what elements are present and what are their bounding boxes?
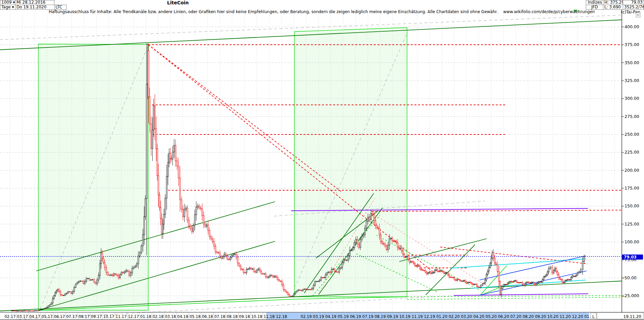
date-axis-label: 08.20	[523, 314, 534, 319]
candle-body	[527, 282, 528, 282]
candle-body	[445, 273, 446, 273]
candle-body	[290, 296, 291, 296]
candle-body	[516, 281, 517, 282]
candle-body	[103, 258, 104, 263]
candle-body	[32, 311, 33, 311]
axis-price-label: 200.00	[625, 168, 639, 173]
candle-body	[100, 253, 102, 264]
candle-body	[318, 281, 319, 282]
candle-body	[395, 241, 396, 241]
candle-body	[562, 280, 563, 283]
candle-body	[552, 267, 553, 273]
candle-body	[30, 311, 31, 311]
date-axis-label: 11.20	[560, 314, 571, 319]
candle-body	[89, 278, 90, 280]
candle-body	[340, 268, 341, 269]
candle-body	[228, 259, 229, 259]
axis-price-label: 275.00	[625, 114, 639, 119]
candle-body	[154, 106, 155, 129]
candle-body	[246, 269, 247, 273]
candle-body	[584, 257, 585, 262]
date-axis-label: 07.20	[510, 314, 521, 319]
candle-body	[28, 311, 29, 311]
candle-body	[572, 276, 573, 277]
candle-body	[280, 281, 281, 282]
candle-body	[250, 268, 251, 269]
candle-body	[404, 254, 405, 257]
candle-body	[146, 84, 147, 199]
candle-body	[112, 275, 113, 276]
candle-body	[539, 282, 540, 282]
candle-body	[210, 237, 211, 239]
candle-body	[533, 282, 534, 284]
candle-body	[234, 254, 235, 254]
candle-body	[366, 221, 367, 228]
price-chart-canvas[interactable]: 400.00375.00350.00325.00300.00275.00250.…	[0, 0, 644, 320]
blue-channel-line	[480, 271, 587, 295]
candle-body	[577, 273, 578, 275]
candle-body	[537, 283, 538, 284]
candle-body	[96, 280, 97, 284]
candle-body	[375, 221, 376, 225]
candle-body	[223, 256, 224, 258]
candle-body	[534, 284, 535, 285]
candle-body	[526, 282, 527, 284]
candle-body	[178, 166, 179, 178]
candle-body	[60, 291, 61, 294]
candle-body	[231, 256, 232, 257]
candle-body	[536, 284, 537, 285]
date-axis-label: 01.20	[436, 314, 447, 319]
candle-body	[55, 293, 56, 296]
candle-body	[119, 275, 120, 278]
candle-body	[144, 216, 145, 234]
candle-body	[354, 243, 355, 248]
date-axis-label: 10.17	[103, 314, 114, 319]
candle-body	[53, 295, 54, 299]
candle-body	[330, 272, 331, 272]
candle-body	[249, 268, 250, 269]
candle-body	[136, 264, 137, 266]
candle-body	[298, 290, 299, 291]
candle-body	[40, 310, 41, 310]
candle-body	[303, 289, 304, 291]
candle-body	[43, 309, 44, 309]
candle-body	[504, 284, 505, 286]
candle-body	[15, 311, 16, 311]
candle-body	[172, 152, 173, 159]
candle-body	[351, 250, 352, 250]
candle-body	[270, 275, 271, 277]
candle-body	[183, 209, 184, 216]
candle-body	[385, 244, 386, 246]
candle-body	[388, 245, 389, 249]
candle-body	[209, 231, 210, 237]
candle-body	[410, 262, 411, 262]
candle-body	[205, 224, 206, 226]
candle-body	[36, 311, 37, 311]
candle-body	[274, 276, 275, 277]
candle-body	[413, 262, 414, 263]
candle-body	[135, 266, 136, 267]
candle-body	[66, 293, 67, 294]
candle-body	[409, 259, 410, 262]
candle-body	[252, 269, 253, 269]
date-axis-label: 11.17	[116, 314, 127, 319]
candle-body	[113, 274, 114, 276]
candle-body	[458, 279, 459, 280]
axis-price-label: 225.00	[625, 150, 639, 155]
candle-body	[361, 236, 362, 239]
candle-body	[203, 215, 204, 224]
candle-body	[446, 273, 447, 273]
candle-body	[475, 284, 476, 284]
candle-body	[358, 244, 359, 247]
candle-body	[130, 273, 131, 275]
candle-body	[521, 282, 522, 283]
candle-body	[349, 250, 350, 255]
date-axis-label: 11.18	[264, 314, 275, 319]
candle-body	[148, 51, 149, 97]
candle-body	[408, 256, 409, 260]
candle-body	[289, 294, 290, 296]
candle-body	[567, 280, 568, 280]
candle-body	[546, 275, 547, 276]
candle-body	[432, 273, 433, 274]
candle-body	[381, 242, 383, 243]
